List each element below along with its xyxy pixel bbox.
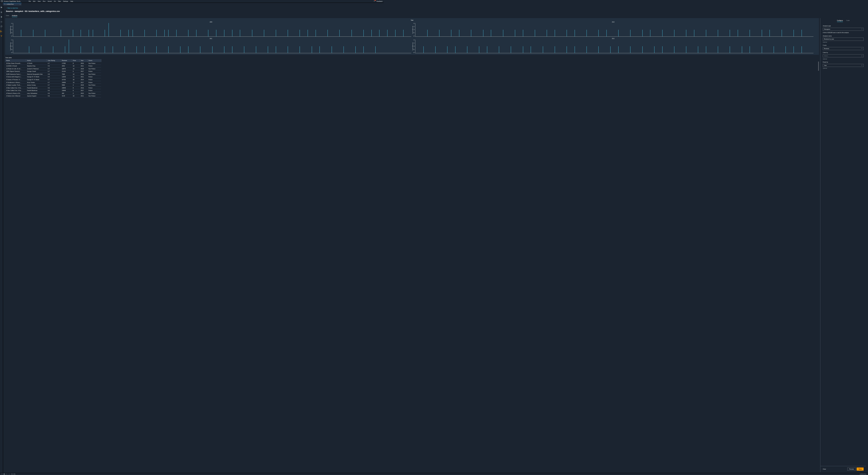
table-row[interactable]: A Stolen Life: A MemoirJaycee Dugard4.64… <box>5 95 101 97</box>
app-title: Amazon SageMaker Studio <box>4 1 21 2</box>
menu-run[interactable]: Run <box>42 1 47 2</box>
y-axis-label: Count of Records <box>10 23 11 37</box>
menu-edit[interactable]: Edit <box>32 1 36 2</box>
table-row[interactable]: A Patriot's History of th…Larry Schweika… <box>5 92 101 95</box>
svg-point-3 <box>1 21 1 22</box>
menu-bar: Amazon SageMaker Studio FileEditViewRunK… <box>0 0 383 3</box>
table-row[interactable]: A Dance with Dragons (…George R. R. Mart… <box>5 75 101 78</box>
back-link-label: Back to data flow <box>7 7 18 9</box>
data-table: NameAuthorUser RatingReviewsPriceYearGen… <box>5 59 383 210</box>
table-row[interactable]: A Gentleman in Mosco…Amor Towles4.719699… <box>5 81 101 84</box>
svg-point-4 <box>2 21 2 22</box>
svg-point-12 <box>2 36 2 36</box>
histogram-plot <box>13 39 384 53</box>
tab-strip: untitled.flow × <box>0 3 383 6</box>
table-row[interactable]: 5,000 Awesome Facts (…National Geographi… <box>5 73 101 76</box>
svg-point-2 <box>1 22 2 22</box>
commands-icon[interactable] <box>1 21 3 23</box>
facet-label: 2011 <box>10 38 383 39</box>
chevron-left-icon <box>6 7 7 8</box>
column-header[interactable]: Name <box>5 59 26 62</box>
column-header[interactable]: Author <box>26 59 47 62</box>
column-header[interactable]: Price <box>72 59 80 62</box>
svg-point-9 <box>1 31 2 31</box>
components-icon[interactable] <box>0 30 2 32</box>
svg-point-6 <box>2 22 2 22</box>
close-icon[interactable]: × <box>20 3 21 5</box>
data-table-label: Data table <box>5 57 383 58</box>
side-rail <box>0 5 3 210</box>
source-title: Source - sampled · S3: bestsellers_with_… <box>5 9 383 14</box>
histogram-plot <box>13 23 384 37</box>
column-header[interactable]: Year <box>80 59 87 62</box>
table-row[interactable]: A Man Called Ove: A No…Fredrik Backman4.… <box>5 89 101 92</box>
table-row[interactable]: 12 Rules for Life: An An…Jordan B. Peter… <box>5 67 101 70</box>
table-row[interactable]: 1984 (Signet Classics)George Orwell4.721… <box>5 70 101 73</box>
menu-view[interactable]: View <box>36 1 42 2</box>
git-icon[interactable] <box>1 16 3 18</box>
table-row[interactable]: 10-Day Green Smoothi…JJ Smith4.717350820… <box>5 62 101 65</box>
svg-point-5 <box>1 22 1 22</box>
svg-point-10 <box>2 32 2 32</box>
menu-git[interactable]: Git <box>53 1 57 2</box>
column-header[interactable]: Genre <box>87 59 101 62</box>
file-tab-label: untitled.flow <box>6 3 14 5</box>
notifications-icon[interactable]: 4 <box>373 0 375 2</box>
table-row[interactable]: A Higher Loyalty: Truth,…James Comey4.75… <box>5 84 101 87</box>
feedback-link[interactable]: Feedback <box>377 1 382 2</box>
table-row[interactable]: A Man Called Ove: A No…Fredrik Backman4.… <box>5 86 101 89</box>
svg-point-11 <box>1 36 1 36</box>
svg-point-8 <box>1 32 1 32</box>
back-link[interactable]: Back to data flow <box>5 6 383 9</box>
running-icon[interactable] <box>1 11 3 13</box>
subtabs: Data Analysis <box>5 14 383 17</box>
chart-title: Year <box>10 20 383 21</box>
tab-analysis[interactable]: Analysis <box>12 14 17 17</box>
file-tab-untitled[interactable]: untitled.flow × <box>3 3 22 6</box>
flow-file-icon <box>4 3 6 5</box>
aws-logo-icon <box>1 0 3 2</box>
chart-panel: Year 2009Count of Records2.01.51.00.50.0… <box>5 18 383 55</box>
tab-data[interactable]: Data <box>6 14 9 17</box>
y-axis-label: Count of Records <box>10 39 11 53</box>
svg-rect-1 <box>1 12 2 12</box>
open-tabs-icon[interactable] <box>1 26 3 28</box>
facet-label: 2009 <box>10 22 383 23</box>
menu-help[interactable]: Help <box>69 1 74 2</box>
column-header[interactable]: Reviews <box>61 59 72 62</box>
column-header[interactable]: User Rating <box>47 59 61 62</box>
menu-file[interactable]: File <box>27 1 32 2</box>
folder-icon[interactable] <box>1 6 3 8</box>
notification-badge: 4 <box>375 0 376 1</box>
svg-rect-7 <box>1 26 2 27</box>
table-row[interactable]: 11/22/63: A NovelStephen King4.620522220… <box>5 65 101 67</box>
main-area: Back to data flow Source - sampled · S3:… <box>3 5 383 210</box>
menu-settings[interactable]: Settings <box>62 1 69 2</box>
menu-kernel[interactable]: Kernel <box>46 1 53 2</box>
table-row[interactable]: A Game of Thrones / A …George R. R. Mart… <box>5 78 101 81</box>
svg-point-13 <box>1 36 2 37</box>
registry-icon[interactable] <box>1 35 3 37</box>
menu-tabs[interactable]: Tabs <box>57 1 62 2</box>
